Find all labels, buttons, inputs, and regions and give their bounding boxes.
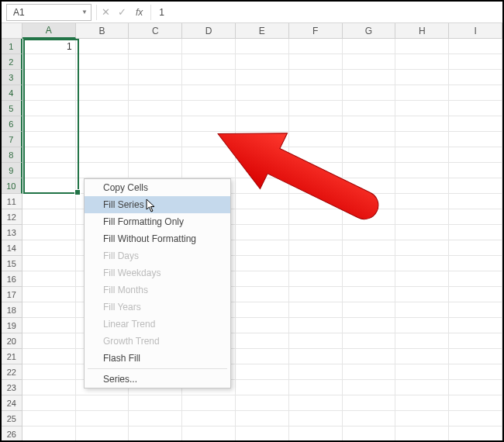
cell-H5[interactable] [395,101,449,116]
row-header-26[interactable]: 26 [2,426,22,442]
cell-H11[interactable] [395,194,449,209]
cell-G7[interactable] [343,132,396,147]
row-header-1[interactable]: 1 [2,39,22,54]
cell-G17[interactable] [343,287,396,302]
cell-G6[interactable] [343,116,396,132]
row-header-24[interactable]: 24 [2,395,22,411]
cell-G26[interactable] [343,426,396,442]
name-box[interactable]: A1 ▼ [6,4,91,21]
cell-D7[interactable] [182,132,236,147]
cell-B2[interactable] [76,54,129,70]
cell-D2[interactable] [182,54,236,70]
cell-F12[interactable] [289,209,343,225]
row-header-3[interactable]: 3 [2,70,22,85]
cell-H17[interactable] [395,287,449,302]
cell-I22[interactable] [449,364,502,380]
cell-C26[interactable] [129,426,182,442]
column-header-I[interactable]: I [449,23,502,39]
cell-G19[interactable] [343,318,396,333]
cell-I4[interactable] [449,85,502,101]
menu-fill-without-formatting[interactable]: Fill Without Formatting [85,230,230,247]
cell-H23[interactable] [395,380,449,395]
column-header-G[interactable]: G [343,23,396,39]
cell-G15[interactable] [343,256,396,271]
fx-icon[interactable]: fx [136,7,143,18]
cell-B5[interactable] [76,101,129,116]
cell-H4[interactable] [395,85,449,101]
cell-B25[interactable] [76,411,129,426]
cell-I14[interactable] [449,240,502,256]
cell-D3[interactable] [182,70,236,85]
cell-E12[interactable] [236,209,289,225]
cell-I12[interactable] [449,209,502,225]
cell-E16[interactable] [236,271,289,287]
row-header-11[interactable]: 11 [2,194,22,209]
cell-E7[interactable] [236,132,289,147]
cell-E6[interactable] [236,116,289,132]
cell-F7[interactable] [289,132,343,147]
column-header-E[interactable]: E [236,23,289,39]
menu-flash-fill[interactable]: Flash Fill [85,350,230,367]
cell-F17[interactable] [289,287,343,302]
cell-F24[interactable] [289,395,343,411]
cell-B1[interactable] [76,39,129,54]
cell-F9[interactable] [289,163,343,178]
cell-F21[interactable] [289,349,343,364]
cell-I8[interactable] [449,147,502,163]
cell-B3[interactable] [76,70,129,85]
row-header-20[interactable]: 20 [2,333,22,349]
cell-C1[interactable] [129,39,182,54]
cell-E15[interactable] [236,256,289,271]
row-header-4[interactable]: 4 [2,85,22,101]
cell-A24[interactable] [22,395,76,411]
cell-I25[interactable] [449,411,502,426]
cell-H22[interactable] [395,364,449,380]
cell-F10[interactable] [289,178,343,194]
row-header-18[interactable]: 18 [2,302,22,318]
cell-E20[interactable] [236,333,289,349]
cell-B7[interactable] [76,132,129,147]
column-header-F[interactable]: F [289,23,343,39]
cell-E10[interactable] [236,178,289,194]
cell-A4[interactable] [22,85,76,101]
cell-F4[interactable] [289,85,343,101]
cell-A13[interactable] [22,225,76,240]
cell-G8[interactable] [343,147,396,163]
cell-E18[interactable] [236,302,289,318]
cell-I15[interactable] [449,256,502,271]
cell-E17[interactable] [236,287,289,302]
cell-F8[interactable] [289,147,343,163]
cell-A18[interactable] [22,302,76,318]
cell-E25[interactable] [236,411,289,426]
cell-G9[interactable] [343,163,396,178]
cell-B6[interactable] [76,116,129,132]
cell-I16[interactable] [449,271,502,287]
cell-I1[interactable] [449,39,502,54]
cell-G1[interactable] [343,39,396,54]
cell-G24[interactable] [343,395,396,411]
chevron-down-icon[interactable]: ▼ [81,9,88,16]
cell-I2[interactable] [449,54,502,70]
cell-I26[interactable] [449,426,502,442]
cell-H26[interactable] [395,426,449,442]
cell-I19[interactable] [449,318,502,333]
cell-F25[interactable] [289,411,343,426]
cell-E24[interactable] [236,395,289,411]
cell-A12[interactable] [22,209,76,225]
cell-F1[interactable] [289,39,343,54]
cell-B24[interactable] [76,395,129,411]
cell-A23[interactable] [22,380,76,395]
cell-G5[interactable] [343,101,396,116]
cell-E21[interactable] [236,349,289,364]
cell-E4[interactable] [236,85,289,101]
cell-D5[interactable] [182,101,236,116]
cell-B26[interactable] [76,426,129,442]
row-header-22[interactable]: 22 [2,364,22,380]
row-header-21[interactable]: 21 [2,349,22,364]
cell-G2[interactable] [343,54,396,70]
cell-A19[interactable] [22,318,76,333]
cell-D8[interactable] [182,147,236,163]
cell-C3[interactable] [129,70,182,85]
cell-C25[interactable] [129,411,182,426]
column-header-H[interactable]: H [395,23,449,39]
